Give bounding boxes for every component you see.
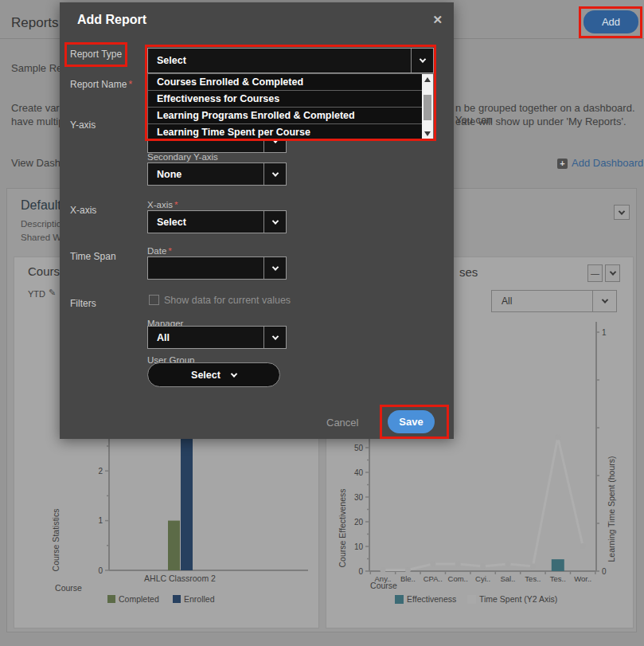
intro-text-line2-right: eate will show up under 'My Reports'. bbox=[455, 115, 626, 127]
report-type-value: Select bbox=[157, 55, 186, 66]
svg-text:20: 20 bbox=[354, 518, 364, 527]
svg-text:CPA..: CPA.. bbox=[423, 574, 443, 583]
report-type-option[interactable]: Courses Enrolled & Completed bbox=[148, 74, 423, 91]
svg-text:0: 0 bbox=[358, 567, 363, 576]
secondary-y-axis-label: Secondary Y-axis bbox=[147, 152, 218, 162]
svg-text:Enrolled: Enrolled bbox=[184, 594, 215, 604]
svg-text:Course Effectiveness: Course Effectiveness bbox=[338, 488, 347, 567]
dashboard-description: Descriptio bbox=[21, 219, 61, 229]
report-type-option[interactable]: Learning Programs Enrolled & Completed bbox=[148, 108, 423, 124]
report-type-label: Report Type bbox=[70, 49, 122, 60]
user-group-value: Select bbox=[191, 370, 221, 381]
svg-text:10: 10 bbox=[354, 542, 364, 551]
required-marker: * bbox=[168, 246, 171, 256]
current-values-checkbox-label: Show data for current values bbox=[164, 295, 291, 306]
chevron-down-icon bbox=[619, 208, 625, 214]
chevron-down-icon bbox=[263, 257, 286, 279]
svg-text:0: 0 bbox=[98, 566, 103, 575]
svg-text:1: 1 bbox=[602, 328, 607, 337]
save-button[interactable]: Save bbox=[388, 410, 435, 433]
date-select[interactable] bbox=[147, 256, 287, 280]
intro-text-line2-left: have multip bbox=[11, 115, 64, 127]
current-values-checkbox[interactable] bbox=[149, 295, 159, 305]
filters-row-label: Filters bbox=[70, 298, 96, 309]
svg-text:Learning Time Spent (hours): Learning Time Spent (hours) bbox=[607, 456, 616, 562]
view-dashboards-link[interactable]: View Dashb bbox=[11, 157, 66, 169]
svg-text:0: 0 bbox=[602, 567, 607, 576]
chevron-down-icon bbox=[263, 163, 286, 185]
time-span-row-label: Time Span bbox=[70, 251, 116, 262]
dropdown-scrollbar[interactable] bbox=[422, 74, 433, 139]
report-type-select[interactable]: Select bbox=[147, 48, 434, 73]
svg-text:Tes..: Tes.. bbox=[525, 574, 541, 583]
svg-text:30: 30 bbox=[354, 493, 364, 502]
report-type-option-rows: Courses Enrolled & CompletedEffectivenes… bbox=[148, 74, 433, 141]
svg-text:Course: Course bbox=[370, 581, 397, 590]
dashboard-shared-with: Shared Wi bbox=[21, 233, 64, 242]
svg-text:Com..: Com.. bbox=[448, 574, 468, 583]
svg-text:2: 2 bbox=[98, 467, 103, 476]
user-group-select[interactable]: Select bbox=[147, 362, 280, 387]
svg-text:Cyi..: Cyi.. bbox=[475, 574, 490, 583]
report-type-options: Courses Enrolled & CompletedEffectivenes… bbox=[147, 73, 434, 140]
report-name-label: Report Name* bbox=[70, 79, 132, 90]
svg-text:Wor..: Wor.. bbox=[574, 574, 591, 583]
svg-text:Course: Course bbox=[55, 583, 82, 593]
y-axis-row-label: Y-axis bbox=[70, 119, 96, 131]
svg-text:Completed: Completed bbox=[119, 594, 159, 604]
manager-value: All bbox=[157, 332, 170, 343]
svg-text:40: 40 bbox=[354, 468, 364, 477]
report-type-option[interactable]: Learning Time Spent per Course bbox=[148, 124, 423, 141]
svg-text:Tes..: Tes.. bbox=[550, 574, 566, 583]
date-field-label: Date* bbox=[147, 246, 172, 256]
svg-text:AHLC Classroom 2: AHLC Classroom 2 bbox=[144, 574, 216, 583]
add-report-button[interactable]: Add bbox=[584, 10, 638, 33]
scroll-down-icon[interactable] bbox=[424, 131, 431, 136]
cancel-button[interactable]: Cancel bbox=[326, 417, 358, 429]
chevron-down-icon bbox=[263, 211, 286, 233]
svg-text:Course Statistics: Course Statistics bbox=[51, 509, 60, 572]
chevron-down-icon bbox=[231, 370, 237, 377]
report-type-option[interactable]: Effectiveness for Courses bbox=[148, 91, 423, 108]
secondary-y-axis-select[interactable]: None bbox=[147, 162, 287, 186]
add-dashboard-plus-icon: + bbox=[557, 159, 568, 169]
dashboard-title: Default bbox=[21, 198, 61, 213]
add-report-modal: Add Report ✕ Report Type Select Courses … bbox=[60, 2, 454, 439]
required-marker: * bbox=[128, 79, 132, 90]
manager-select[interactable]: All bbox=[147, 326, 287, 349]
required-marker: * bbox=[174, 200, 178, 209]
svg-text:50: 50 bbox=[354, 444, 364, 452]
panel-collapse-button[interactable] bbox=[614, 205, 630, 220]
chevron-down-icon bbox=[411, 49, 433, 72]
x-axis-field-label: X-axis* bbox=[147, 200, 178, 209]
svg-text:Effectiveness: Effectiveness bbox=[407, 594, 456, 604]
secondary-y-axis-value: None bbox=[157, 169, 181, 180]
svg-text:Ble..: Ble.. bbox=[400, 574, 416, 583]
svg-text:Sal..: Sal.. bbox=[500, 574, 515, 583]
scrollbar-thumb[interactable] bbox=[423, 95, 431, 120]
x-axis-select[interactable]: Select bbox=[147, 210, 287, 233]
svg-text:1: 1 bbox=[98, 516, 103, 525]
add-dashboard-link[interactable]: Add Dashboard bbox=[572, 157, 643, 169]
x-axis-value: Select bbox=[157, 217, 186, 228]
modal-title: Add Report bbox=[77, 13, 146, 27]
chevron-down-icon bbox=[263, 327, 286, 348]
scroll-up-icon[interactable] bbox=[424, 77, 431, 82]
close-icon[interactable]: ✕ bbox=[432, 13, 443, 27]
x-axis-row-label: X-axis bbox=[70, 205, 96, 216]
svg-text:Time Spent (Y2 Axis): Time Spent (Y2 Axis) bbox=[479, 594, 557, 604]
page-title: Reports bbox=[11, 15, 59, 31]
